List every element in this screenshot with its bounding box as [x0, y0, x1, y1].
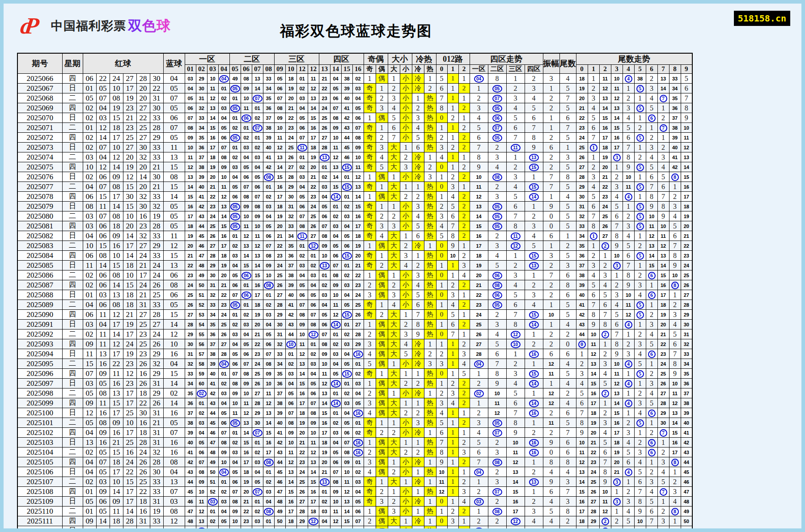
zone-miss-cell: 02 — [229, 241, 241, 251]
zone-miss-cell: 02 — [308, 261, 319, 270]
zone-miss-cell: 04 — [297, 182, 308, 192]
taildigit-cell: 5 — [559, 182, 576, 192]
table-row: 2025073日02071027303311103617070103024012… — [17, 143, 692, 152]
zone-miss-cell: 22 — [252, 339, 263, 349]
coldhot-cell: 1 — [424, 516, 436, 526]
tailtrend-cell: 43 — [681, 448, 692, 457]
zone-miss-cell: 35 — [263, 93, 274, 103]
issue-cell: 2025071 — [17, 123, 62, 133]
coldhot-cell: 热 — [424, 369, 436, 379]
zone-miss-cell: 10 — [207, 74, 218, 84]
red-ball-cell: 22 — [150, 84, 163, 93]
tailtrend-cell: 1 — [623, 84, 634, 93]
red-ball-cell: 21 — [150, 182, 163, 192]
week-cell: 日 — [62, 467, 83, 477]
tailtrend-cell: 40 — [576, 290, 588, 300]
taildigit-cell: 6 — [559, 290, 576, 300]
zonetrend-cell: 11 — [488, 398, 506, 408]
red-ball-cell: 08 — [110, 211, 123, 221]
zone-miss-cell: 37 — [185, 408, 196, 418]
zone-miss-cell: 10 — [330, 133, 341, 143]
zone-miss-cell: 13 — [330, 162, 341, 172]
red-ball-cell: 18 — [136, 497, 150, 507]
zone-miss-cell: 08 — [229, 497, 241, 507]
blue-ball-hit: 5 — [636, 370, 644, 378]
red-ball-cell: 29 — [150, 133, 163, 143]
zone-miss-cell: 02 — [319, 172, 330, 182]
oddeven-cell: 偶 — [376, 290, 388, 300]
blue-ball-hit: 5 — [636, 213, 644, 220]
zone-miss-cell: 02 — [229, 320, 241, 329]
zone-miss-cell: 16 — [252, 280, 263, 290]
bigsmall-cell: 小 — [400, 467, 412, 477]
red-ball-cell: 03 — [96, 113, 110, 123]
zone-miss-cell: 14 — [330, 172, 341, 182]
coldhot-cell: 6 — [412, 231, 424, 241]
oddeven-cell: 偶 — [376, 280, 388, 290]
red-ball-cell: 19 — [123, 162, 136, 172]
zone-miss-cell: 04 — [319, 192, 330, 202]
zone-miss-cell: 47 — [196, 251, 207, 261]
zone-miss-cell: 09 — [196, 477, 207, 487]
bigsmall-cell: 2 — [388, 467, 400, 477]
tailtrend-cell: 15 — [669, 428, 681, 438]
red-ball-cell: 14 — [123, 231, 136, 241]
zone-miss-cell: 01 — [229, 231, 241, 241]
zonetrend-cell: 19 — [470, 261, 488, 270]
oddeven-cell: 3 — [364, 339, 376, 349]
issue-cell: 2025066 — [17, 74, 62, 84]
column-header: 07 — [252, 65, 263, 74]
tailtrend-cell: 1 — [599, 251, 611, 261]
amplitude-cell: 6 — [543, 487, 559, 497]
bigsmall-cell: 2 — [400, 408, 412, 418]
site-url-badge[interactable]: 518158.cn — [734, 11, 790, 26]
red-ball-cell: 06 — [96, 280, 110, 290]
red-ball-cell: 28 — [136, 74, 150, 84]
zone-miss-cell: 19 — [252, 310, 263, 320]
table-row: 2025085日11141518212413224829190415140924… — [17, 261, 692, 270]
red-ball-cell: 28 — [150, 457, 163, 467]
blue-ball-hit: 16 — [353, 410, 363, 417]
issue-cell: 2025099 — [17, 398, 62, 408]
blue-ball-hit: 06 — [492, 272, 502, 279]
zone-miss-cell: 10 — [241, 93, 252, 103]
zone-miss-cell: 10 — [330, 497, 341, 507]
tailtrend-cell: 7 — [576, 408, 588, 418]
red-ball-cell: 14 — [110, 202, 123, 211]
week-cell: 四 — [62, 457, 83, 467]
tailtrend-hit-cell: 4 — [623, 320, 634, 329]
blue-ball-hit: 2 — [602, 518, 609, 525]
oddeven-cell: 3 — [376, 103, 388, 113]
road-cell: 1 — [458, 74, 470, 84]
zone-miss-cell: 38 — [274, 398, 285, 408]
zone-miss-cell: 27 — [218, 339, 229, 349]
red-ball-cell: 10 — [110, 84, 123, 93]
column-header: 1 — [588, 65, 599, 74]
bigsmall-cell: 2 — [388, 84, 400, 93]
blue-ball-hit: 11 — [511, 144, 521, 152]
tailtrend-cell: 44 — [576, 329, 588, 339]
coldhot-cell: 2 — [424, 349, 436, 359]
zone-miss-cell: 05 — [319, 202, 330, 211]
amplitude-cell: 12 — [543, 359, 559, 369]
tailtrend-cell: 1 — [646, 123, 657, 133]
tailtrend-cell: 1 — [669, 467, 681, 477]
road-cell: 5 — [447, 310, 458, 320]
column-header: 小 — [400, 65, 412, 74]
zone-miss-cell: 11 — [229, 526, 241, 532]
blue-ball-hit: 12 — [309, 242, 318, 250]
bigsmall-cell: 小 — [400, 280, 412, 290]
zone-miss-cell: 03 — [241, 320, 252, 329]
amplitude-cell: 2 — [543, 93, 559, 103]
zone-miss-cell: 13 — [341, 497, 352, 507]
tailtrend-cell: 30 — [681, 320, 692, 329]
zone-miss-cell: 09 — [218, 448, 229, 457]
red-ball-cell: 02 — [83, 280, 96, 290]
tailtrend-cell: 6 — [634, 477, 646, 487]
zone-miss-cell: 33 — [196, 113, 207, 123]
blue-ball-hit: 05 — [492, 419, 502, 427]
zonetrend-hit-cell: 03 — [470, 497, 488, 507]
red-ball-cell: 21 — [150, 418, 163, 428]
blue-ball-cell: 05 — [163, 221, 185, 231]
red-ball-cell: 17 — [123, 428, 136, 438]
